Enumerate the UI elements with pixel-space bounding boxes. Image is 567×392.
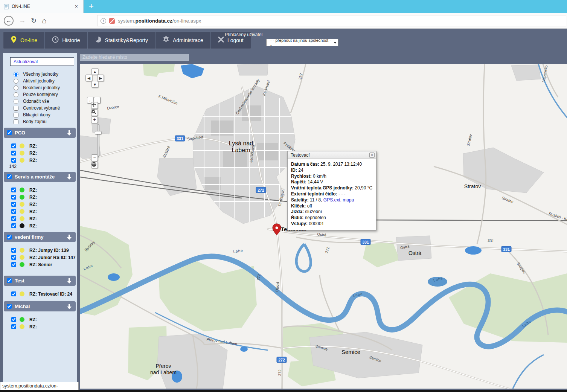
back-button[interactable]: ← [4,16,14,26]
radio-label: Všechny jednotky [23,72,58,77]
popup-row-label: Napětí: [291,179,306,185]
radio-2[interactable] [14,85,18,90]
unit-row[interactable]: RZ: [11,142,76,149]
pan-left-button[interactable]: ◀ [85,75,92,81]
option-checkbox-2[interactable] [14,119,18,124]
collapse-arrow-icon[interactable] [67,235,72,240]
popup-row: Externí teplotní čidlo: - - - [291,191,373,197]
popup-row: Datum a čas: 25. 9. 2017 13:12:40 [291,162,373,168]
svg-text:272: 272 [258,188,264,192]
menu-item-on-line[interactable]: On-line [3,32,44,49]
unit-checkbox[interactable] [11,209,16,214]
group-checkbox[interactable] [7,304,12,309]
status-dot-green [20,262,24,267]
company-select[interactable]: - - přepnout na jinou společnost - - [266,39,338,46]
collapse-arrow-icon[interactable] [67,130,72,136]
unit-row[interactable]: RZ: Testovací ID: 24 [11,290,76,297]
unit-row[interactable]: RZ: Junior RS ID: 147 [11,254,76,261]
pan-down-button[interactable]: ▼ [91,81,98,88]
group-header[interactable]: vedení firmy [4,232,76,242]
unit-row[interactable]: RZ: [11,316,76,323]
option-checkbox-1[interactable] [14,113,18,117]
unit-row[interactable]: RZ: [11,323,76,330]
unit-row[interactable]: RZ: [11,186,76,194]
unit-row[interactable]: RZ: Jumpy ID: 139 [11,247,76,254]
refresh-icon[interactable]: ↻ [31,17,37,25]
group-header[interactable]: Michal [4,301,76,311]
unit-checkbox[interactable] [11,255,16,260]
unit-checkbox[interactable] [11,324,16,329]
unit-row[interactable]: RZ: [11,222,76,229]
option-checkbox-0[interactable] [14,106,18,111]
unit-checkbox[interactable] [11,143,16,148]
unit-checkbox[interactable] [11,248,16,253]
svg-text:331: 331 [503,247,510,252]
map-canvas[interactable]: SojovickáStržištěJedličkovaPoděbradovaČe… [80,64,567,389]
globe-icon [91,162,96,167]
menu-item-statistiky-reporty[interactable]: Statistiky&Reporty [87,32,155,49]
menu-item-historie[interactable]: Historie [44,32,87,49]
status-dot-yellow [20,209,24,214]
menu-item-administrace[interactable]: Administrace [155,32,210,49]
unit-checkbox[interactable] [11,151,16,156]
radio-4[interactable] [14,99,18,104]
popup-close-icon[interactable]: × [369,153,375,158]
group-checkbox[interactable] [7,278,12,283]
radio-0[interactable] [14,72,18,77]
collapse-arrow-icon[interactable] [67,304,72,309]
place-label: Labem [232,147,250,153]
url-bar[interactable]: i system.positiondata.cz/on-line.aspx [97,15,566,26]
group-header[interactable]: PCO [4,128,76,138]
pan-up-button[interactable]: ▲ [91,68,98,75]
group-header[interactable]: Servis a montáže [4,172,76,182]
unit-checkbox[interactable] [11,195,16,200]
unit-row[interactable]: RZ: [11,149,76,157]
pan-mode-button[interactable] [91,102,98,109]
popup-row-label: Datum a čas: [291,162,319,167]
radio-3[interactable] [14,92,18,97]
unit-checkbox[interactable] [11,262,16,267]
collapse-arrow-icon[interactable] [67,278,72,284]
gps-ext-map-link[interactable]: GPS.ext. mapa [323,197,354,203]
group-checkbox[interactable] [7,235,12,239]
tab-close-icon[interactable]: × [73,3,79,9]
search-input[interactable] [80,54,189,61]
unit-row[interactable]: RZ: [11,215,76,222]
popup-row-value: 24 [297,168,303,173]
group-checkbox[interactable] [7,130,12,135]
browser-tab[interactable]: ON-LINE × [0,0,84,13]
forward-button[interactable]: → [19,17,26,24]
unit-row[interactable]: RZ: [11,208,76,215]
unit-checkbox[interactable] [11,158,16,163]
unit-row[interactable]: RZ: [11,157,76,164]
unit-checkbox[interactable] [11,223,16,228]
unit-checkbox[interactable] [11,188,16,192]
unit-checkbox[interactable] [11,202,16,207]
unit-checkbox[interactable] [11,216,16,221]
popup-header: Testovací × [288,151,376,159]
zoom-slider-track[interactable] [97,124,99,157]
popup-row-label: Jízda: [291,209,304,214]
new-tab-button[interactable]: + [89,2,94,11]
radio-1[interactable] [14,79,18,84]
zoom-box-button[interactable] [91,109,98,116]
zoom-slider-handle[interactable] [95,131,101,134]
unit-info-popup: Testovací × Datum a čas: 25. 9. 2017 13:… [287,151,376,230]
map-layers-button[interactable] [91,162,98,168]
info-icon[interactable]: i [101,18,106,24]
unit-row[interactable]: RZ: [11,194,76,201]
unit-row[interactable]: RZ: [11,201,76,208]
refresh-units-button[interactable]: Aktualizovat [10,57,74,66]
pan-right-button[interactable]: ▶ [97,75,104,81]
unit-checkbox[interactable] [11,317,16,322]
group-header[interactable]: Test [4,276,76,286]
zoom-in-button[interactable]: + [91,116,98,123]
group-checkbox[interactable] [7,174,12,179]
zoom-out-button[interactable]: − [91,154,98,161]
status-dot-green [20,195,24,200]
unit-checkbox[interactable] [11,291,16,296]
unit-groups: PCORZ:RZ:RZ:142Servis a montážeRZ:RZ:RZ:… [3,128,77,330]
collapse-arrow-icon[interactable] [67,174,72,180]
unit-row[interactable]: RZ: Senior [11,261,76,268]
home-icon[interactable]: ⌂ [42,16,47,25]
